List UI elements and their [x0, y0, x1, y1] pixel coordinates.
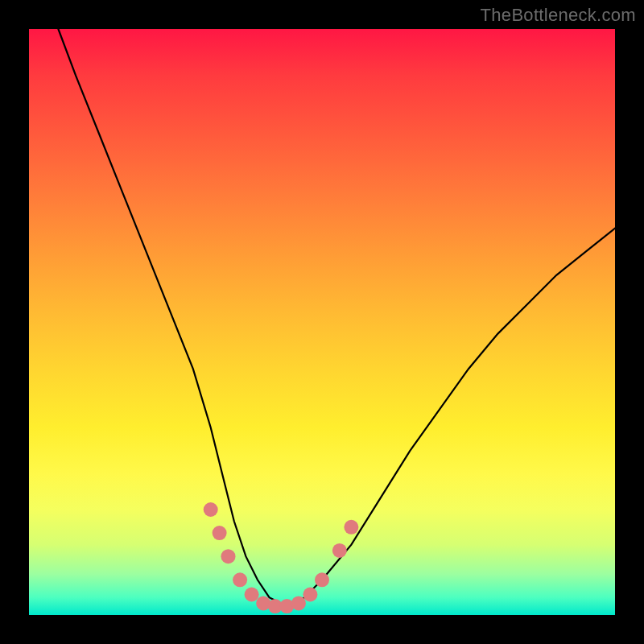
curve-marker [245, 588, 259, 602]
bottleneck-curve-svg [29, 29, 615, 615]
chart-frame: TheBottleneck.com [0, 0, 644, 644]
watermark-text: TheBottleneck.com [481, 5, 636, 26]
curve-group [58, 29, 615, 613]
curve-marker [315, 572, 329, 587]
bottleneck-curve [58, 29, 615, 603]
plot-area [29, 29, 615, 615]
marker-group [204, 502, 359, 613]
curve-marker [332, 543, 347, 558]
curve-marker [213, 526, 227, 540]
curve-marker [233, 572, 247, 587]
curve-marker [303, 588, 317, 602]
curve-marker [204, 502, 218, 517]
curve-marker [291, 596, 306, 610]
curve-marker [221, 549, 236, 564]
curve-marker [344, 520, 358, 535]
